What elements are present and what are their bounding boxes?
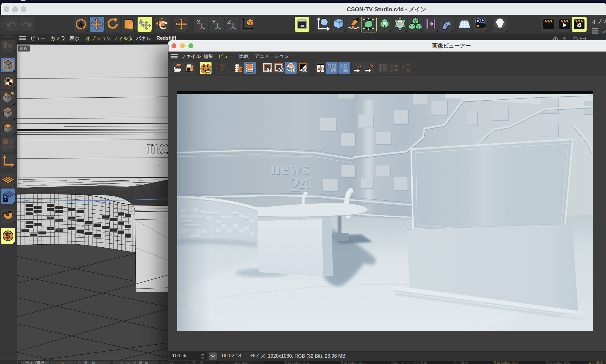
svg-text:B: B (333, 64, 335, 68)
svg-text:Y: Y (212, 18, 216, 25)
svg-text:Z: Z (227, 18, 231, 25)
svg-text:B: B (369, 63, 374, 70)
svg-text:A: A (357, 63, 362, 70)
svg-text:A: A (318, 67, 321, 71)
svg-text:A: A (379, 67, 382, 71)
svg-text:AB: AB (340, 63, 348, 69)
svg-text:ne: ne (147, 135, 168, 159)
svg-text:B: B (407, 68, 409, 73)
svg-text:B: B (321, 67, 324, 71)
svg-text:?: ? (189, 68, 192, 74)
svg-text:B: B (390, 68, 393, 73)
svg-text:X: X (196, 18, 201, 25)
svg-text:フ: フ (601, 29, 606, 34)
svg-text:A: A (402, 64, 405, 68)
svg-text:B: B (383, 67, 386, 71)
svg-text:S: S (5, 231, 10, 240)
svg-text:A: A (328, 64, 331, 68)
svg-text:A: A (390, 64, 393, 68)
svg-text:透視: 透視 (20, 46, 28, 51)
